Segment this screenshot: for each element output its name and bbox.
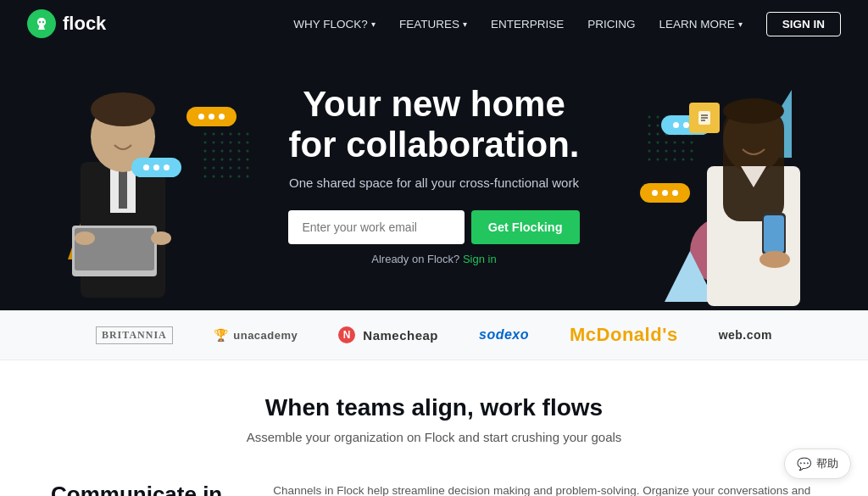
logo-britannia: BRITANNIA bbox=[96, 326, 173, 344]
section-align-subtext: Assemble your organization on Flock and … bbox=[17, 430, 851, 444]
logo[interactable]: flock bbox=[27, 9, 106, 38]
signin-link[interactable]: Sign in bbox=[463, 253, 497, 265]
bubble-dot bbox=[164, 164, 170, 170]
logo-webcom: web.com bbox=[719, 328, 772, 342]
hero-title: Your new home for collaboration. bbox=[288, 84, 579, 166]
svg-rect-20 bbox=[203, 132, 254, 183]
svg-point-10 bbox=[151, 231, 171, 245]
navbar: flock WHY FLOCK? ▾ FEATURES ▾ ENTERPRISE… bbox=[0, 0, 868, 47]
chat-bubble-yellow-1 bbox=[186, 107, 236, 126]
bubble-dot bbox=[672, 190, 678, 196]
nav-why-flock[interactable]: WHY FLOCK? ▾ bbox=[293, 18, 376, 31]
logo-mcdonalds: McDonald's bbox=[570, 324, 678, 346]
chevron-down-icon: ▾ bbox=[738, 20, 743, 29]
logo-icon bbox=[27, 9, 56, 38]
bubble-dot bbox=[219, 114, 225, 120]
logo-namecheap: N Namecheap bbox=[338, 326, 438, 343]
svg-point-14 bbox=[723, 98, 784, 124]
svg-point-0 bbox=[39, 21, 41, 23]
hero-section: Your new home for collaboration. One sha… bbox=[0, 47, 868, 310]
hero-subtitle: One shared space for all your cross-func… bbox=[288, 176, 579, 190]
section-communicate: Communicate in channels bbox=[51, 482, 222, 496]
section-communicate-heading: Communicate in channels bbox=[51, 482, 222, 496]
svg-point-6 bbox=[91, 92, 155, 126]
section-channels-text: Channels in Flock help streamline decisi… bbox=[273, 482, 817, 496]
logo-unacademy: 🏆 unacademy bbox=[214, 328, 298, 342]
hero-person-left bbox=[42, 60, 203, 310]
hero-person-right bbox=[682, 64, 826, 310]
bubble-dot bbox=[673, 122, 679, 128]
svg-point-1 bbox=[42, 21, 44, 23]
section-channels-body: Channels in Flock help streamline decisi… bbox=[273, 482, 817, 496]
logo-sodexo: sodexo bbox=[479, 327, 529, 343]
logos-bar: BRITANNIA 🏆 unacademy N Namecheap sodexo… bbox=[0, 310, 868, 360]
hero-form: Get Flocking bbox=[288, 210, 579, 244]
hero-content: Your new home for collaboration. One sha… bbox=[288, 84, 579, 266]
bubble-dot bbox=[652, 190, 658, 196]
nav-features[interactable]: FEATURES ▾ bbox=[399, 18, 467, 31]
bubble-dot bbox=[683, 122, 689, 128]
bubble-dot bbox=[143, 164, 149, 170]
note-icon bbox=[689, 103, 720, 133]
already-on-flock: Already on Flock? Sign in bbox=[288, 253, 579, 265]
dots-pattern-left bbox=[203, 132, 254, 183]
nav-pricing[interactable]: PRICING bbox=[587, 18, 635, 31]
chat-bubble-yellow-2 bbox=[640, 183, 690, 203]
section-align: When teams align, work flows Assemble yo… bbox=[0, 360, 868, 461]
section-align-heading: When teams align, work flows bbox=[17, 394, 851, 421]
bubble-dot bbox=[198, 114, 204, 120]
chevron-down-icon: ▾ bbox=[463, 20, 467, 29]
section-bottom: Communicate in channels Channels in Floc… bbox=[0, 461, 868, 496]
chat-bubble-blue-1 bbox=[131, 158, 181, 177]
help-icon: 💬 bbox=[797, 457, 811, 471]
get-flocking-button[interactable]: Get Flocking bbox=[471, 210, 580, 244]
help-button[interactable]: 💬 帮助 bbox=[784, 449, 851, 479]
svg-rect-16 bbox=[764, 215, 784, 253]
svg-point-9 bbox=[75, 231, 95, 245]
chevron-down-icon: ▾ bbox=[371, 20, 376, 29]
bubble-dot bbox=[209, 114, 214, 120]
nav-learn-more[interactable]: LEARN MORE ▾ bbox=[659, 18, 742, 31]
signin-button[interactable]: SIGN IN bbox=[766, 12, 841, 36]
brand-name: flock bbox=[63, 13, 106, 35]
email-input[interactable] bbox=[288, 210, 464, 244]
nav-enterprise[interactable]: ENTERPRISE bbox=[491, 18, 564, 31]
nav-links: WHY FLOCK? ▾ FEATURES ▾ ENTERPRISE PRICI… bbox=[293, 12, 841, 36]
bubble-dot bbox=[662, 190, 668, 196]
bubble-dot bbox=[153, 164, 159, 170]
svg-point-17 bbox=[760, 251, 790, 268]
